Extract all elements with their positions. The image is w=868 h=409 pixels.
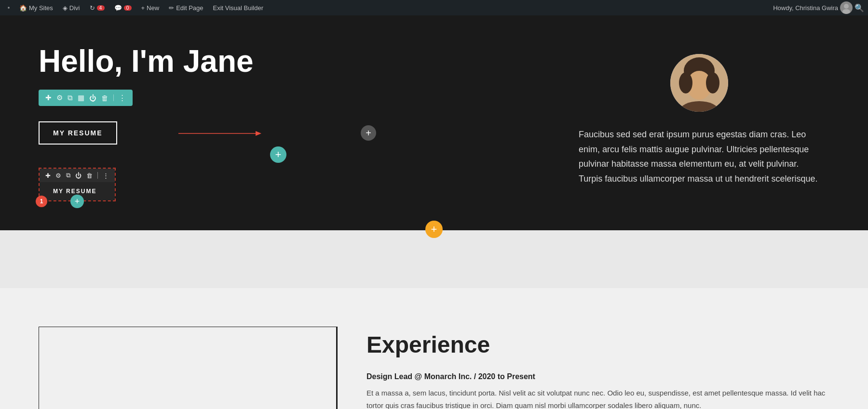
delete-icon[interactable]: 🗑: [101, 94, 108, 102]
comments-icon: 💬: [114, 4, 122, 12]
duplicate-icon[interactable]: ⧉: [68, 93, 73, 102]
exp-right: Experience Design Lead @ Monarch Inc. / …: [366, 327, 829, 409]
page-content: Hello, I'm Jane ✚ ⚙ ⧉ ▦ ⏻ 🗑 ⋮ MY RESUME …: [0, 15, 868, 409]
resume-button[interactable]: MY RESUME: [39, 121, 117, 145]
settings-icon[interactable]: ⚙: [56, 93, 63, 102]
admin-bar: 🏠 My Sites ◈ Divi ↻ 4 💬 0 + New ✏ Edit P…: [0, 0, 868, 15]
my-sites-menu[interactable]: 🏠 My Sites: [15, 0, 57, 15]
profile-avatar: [670, 54, 728, 112]
svg-point-8: [679, 72, 692, 93]
move-icon[interactable]: ✚: [45, 172, 51, 179]
settings-icon[interactable]: ⚙: [55, 172, 61, 179]
gap-section: [0, 230, 868, 288]
hero-left: Hello, I'm Jane ✚ ⚙ ⧉ ▦ ⏻ 🗑 ⋮ MY RESUME …: [39, 44, 347, 201]
duplicate-icon[interactable]: ⧉: [66, 172, 70, 179]
exp-left: [39, 327, 338, 409]
power-icon[interactable]: ⏻: [89, 94, 96, 102]
hero-section: Hello, I'm Jane ✚ ⚙ ⧉ ▦ ⏻ 🗑 ⋮ MY RESUME …: [0, 15, 868, 230]
plus-icon: +: [141, 4, 145, 12]
exit-visual-builder-btn[interactable]: Exit Visual Builder: [209, 0, 268, 15]
svg-marker-4: [256, 131, 261, 136]
hero-title: Hello, I'm Jane: [39, 44, 347, 78]
divider: [113, 94, 114, 101]
add-row-circle-teal[interactable]: +: [270, 146, 286, 163]
svg-point-2: [842, 9, 850, 14]
user-info: Howdy, Christina Gwira 🔍: [773, 1, 864, 14]
divi-menu[interactable]: ◈ Divi: [59, 0, 84, 15]
comments-menu[interactable]: 💬 0: [110, 0, 136, 15]
delete-icon[interactable]: 🗑: [86, 172, 93, 179]
new-menu[interactable]: + New: [137, 0, 163, 15]
home-icon: 🏠: [19, 4, 27, 12]
add-module-circle-gray[interactable]: +: [361, 125, 376, 141]
wordpress-icon[interactable]: [4, 3, 14, 13]
hero-right: Faucibus sed sed erat ipsum purus egesta…: [569, 44, 829, 186]
more-icon[interactable]: ⋮: [103, 172, 109, 179]
experience-section: Experience Design Lead @ Monarch Inc. / …: [0, 288, 868, 409]
hero-description: Faucibus sed sed erat ipsum purus egesta…: [579, 127, 820, 186]
divider: [97, 172, 98, 179]
edit-page-btn[interactable]: ✏ Edit Page: [165, 0, 207, 15]
module-toolbar-area: ✚ ⚙ ⧉ ⏻ 🗑 ⋮ MY RESUME 1 +: [39, 168, 116, 201]
pencil-icon: ✏: [169, 4, 174, 12]
grid-icon[interactable]: ▦: [78, 93, 84, 102]
add-module-icon[interactable]: ✚: [45, 93, 52, 102]
resume-btn-wrapper: MY RESUME +: [39, 121, 347, 145]
experience-title: Experience: [366, 331, 829, 358]
more-icon[interactable]: ⋮: [119, 93, 126, 102]
add-module-teal-btn[interactable]: +: [70, 195, 84, 208]
row-toolbar[interactable]: ✚ ⚙ ⧉ ▦ ⏻ 🗑 ⋮: [39, 90, 133, 106]
svg-point-1: [844, 4, 849, 9]
job-description: Et a massa a, sem lacus, tincidunt porta…: [366, 387, 829, 409]
power-icon[interactable]: ⏻: [75, 172, 81, 179]
user-avatar[interactable]: [840, 1, 853, 14]
updates-menu[interactable]: ↻ 4: [86, 0, 108, 15]
add-section-btn[interactable]: +: [425, 221, 443, 238]
module-toolbar[interactable]: ✚ ⚙ ⧉ ⏻ 🗑 ⋮: [40, 169, 115, 182]
search-icon[interactable]: 🔍: [854, 3, 864, 13]
job-title: Design Lead @ Monarch Inc. / 2020 to Pre…: [366, 372, 829, 381]
updates-icon: ↻: [90, 4, 95, 12]
curve-decoration: [39, 327, 338, 409]
arrow: [178, 124, 275, 143]
error-badge: 1: [36, 196, 47, 207]
svg-point-9: [706, 72, 719, 93]
divi-icon: ◈: [63, 4, 68, 12]
